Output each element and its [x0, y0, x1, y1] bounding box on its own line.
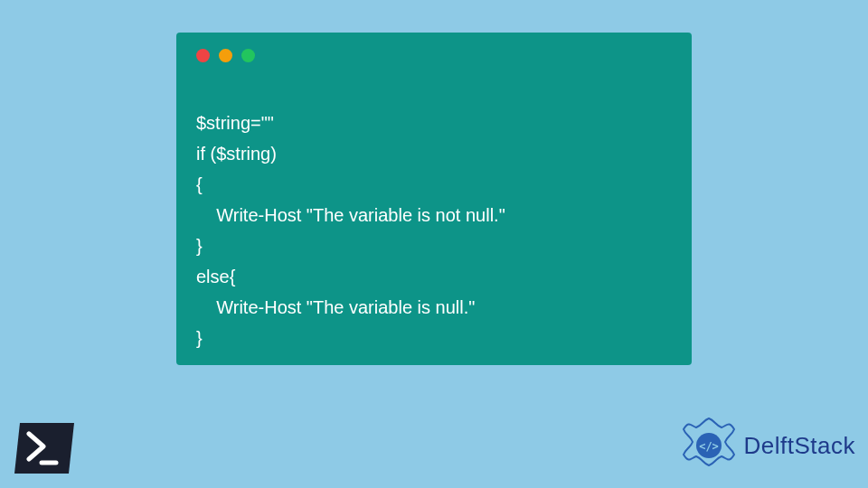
minimize-dot	[219, 49, 232, 62]
maximize-dot	[241, 49, 255, 62]
svg-text:</>: </>	[699, 440, 719, 453]
code-line: else{	[196, 267, 235, 286]
code-window: $string="" if ($string) { Write-Host "Th…	[176, 33, 692, 365]
code-line: Write-Host "The variable is null."	[196, 297, 475, 317]
code-line: }	[196, 236, 203, 256]
code-block: $string="" if ($string) { Write-Host "Th…	[196, 77, 672, 384]
powershell-icon	[13, 421, 76, 475]
close-dot	[196, 49, 210, 62]
brand-name: DelftStack	[744, 432, 856, 460]
brand-logo: </> DelftStack	[679, 416, 856, 475]
code-line: $string=""	[196, 113, 274, 133]
delftstack-emblem: </>	[679, 416, 739, 475]
code-line: {	[196, 174, 203, 194]
code-line: Write-Host "The variable is not null."	[196, 205, 505, 225]
code-line: }	[196, 328, 203, 348]
code-line: if ($string)	[196, 144, 277, 164]
window-controls	[196, 49, 672, 62]
